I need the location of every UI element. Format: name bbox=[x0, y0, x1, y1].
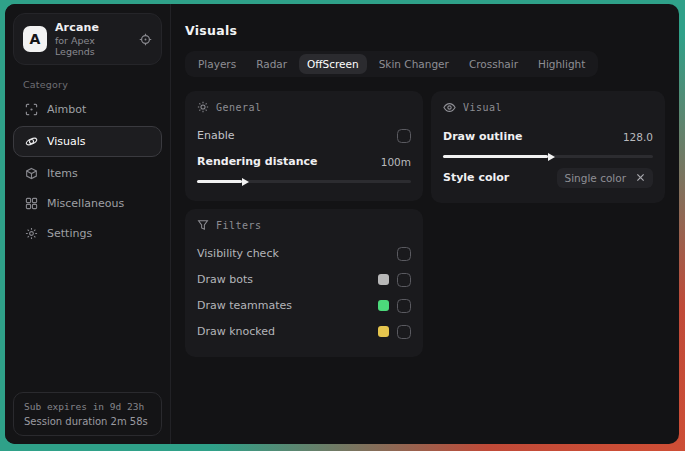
draw-bots-label: Draw bots bbox=[197, 273, 253, 286]
draw-teammates-label: Draw teammates bbox=[197, 299, 292, 312]
draw-knocked-checkbox[interactable] bbox=[397, 325, 411, 339]
tab-radar[interactable]: Radar bbox=[248, 54, 295, 74]
sidebar-item-label: Miscellaneous bbox=[47, 197, 124, 210]
slider-fill bbox=[197, 180, 242, 183]
sidebar-item-miscellaneous[interactable]: Miscellaneous bbox=[13, 190, 162, 217]
sidebar-item-label: Items bbox=[47, 167, 78, 180]
panel-title: General bbox=[216, 102, 262, 113]
app-window: A Arcane for Apex Legends Category bbox=[5, 4, 679, 444]
draw-outline-slider[interactable] bbox=[443, 155, 653, 158]
visibility-check-label: Visibility check bbox=[197, 247, 279, 260]
eye-icon bbox=[443, 101, 456, 114]
sidebar: A Arcane for Apex Legends Category bbox=[5, 4, 171, 444]
app-logo: A bbox=[23, 26, 47, 52]
grid-icon bbox=[24, 197, 38, 210]
target-icon[interactable] bbox=[139, 33, 152, 46]
rendering-distance-value: 100m bbox=[381, 156, 411, 168]
gear-icon bbox=[24, 227, 38, 240]
tab-skin-changer[interactable]: Skin Changer bbox=[371, 54, 457, 74]
style-color-label: Style color bbox=[443, 171, 509, 184]
sidebar-item-items[interactable]: Items bbox=[13, 160, 162, 187]
sidebar-item-settings[interactable]: Settings bbox=[13, 220, 162, 247]
page-title: Visuals bbox=[185, 23, 237, 38]
draw-bots-checkbox[interactable] bbox=[397, 273, 411, 287]
draw-bots-color-swatch[interactable] bbox=[378, 274, 389, 285]
session-duration-text: Session duration 2m 58s bbox=[24, 416, 151, 427]
sidebar-item-label: Aimbot bbox=[47, 103, 86, 116]
category-label: Category bbox=[23, 79, 170, 90]
draw-teammates-checkbox[interactable] bbox=[397, 299, 411, 313]
sidebar-item-label: Settings bbox=[47, 227, 92, 240]
filters-panel: Filters Visibility check Draw bots bbox=[185, 209, 423, 357]
draw-teammates-color-swatch[interactable] bbox=[378, 300, 389, 311]
clear-icon[interactable] bbox=[636, 173, 645, 182]
main-content: Visuals Players Radar OffScreen Skin Cha… bbox=[171, 4, 679, 444]
draw-knocked-color-swatch[interactable] bbox=[378, 326, 389, 337]
sub-expires-text: Sub expires in 9d 23h bbox=[24, 401, 151, 412]
sidebar-item-visuals[interactable]: Visuals bbox=[13, 126, 162, 157]
general-panel: General Enable Rendering distance 100m bbox=[185, 91, 423, 201]
tab-offscreen[interactable]: OffScreen bbox=[299, 54, 367, 74]
visuals-icon bbox=[24, 135, 38, 148]
visual-panel: Visual Draw outline 128.0 Style color Si… bbox=[431, 91, 665, 203]
tab-crosshair[interactable]: Crosshair bbox=[461, 54, 526, 74]
package-icon bbox=[24, 167, 38, 180]
visibility-check-checkbox[interactable] bbox=[397, 247, 411, 261]
style-color-select[interactable]: Single color bbox=[557, 168, 653, 188]
draw-outline-value: 128.0 bbox=[623, 131, 653, 143]
rendering-distance-slider[interactable] bbox=[197, 180, 411, 183]
app-subtitle: for Apex Legends bbox=[55, 35, 131, 57]
sidebar-item-aimbot[interactable]: Aimbot bbox=[13, 96, 162, 123]
subscription-info: Sub expires in 9d 23h Session duration 2… bbox=[13, 392, 162, 436]
tab-highlight[interactable]: Highlight bbox=[530, 54, 593, 74]
tab-bar: Players Radar OffScreen Skin Changer Cro… bbox=[185, 51, 598, 77]
slider-fill bbox=[443, 155, 548, 158]
enable-checkbox[interactable] bbox=[397, 129, 411, 143]
brand-card: A Arcane for Apex Legends bbox=[13, 13, 162, 65]
panel-title: Filters bbox=[216, 220, 262, 231]
sidebar-item-label: Visuals bbox=[47, 135, 86, 148]
panel-title: Visual bbox=[463, 102, 502, 113]
sun-icon bbox=[197, 101, 209, 113]
tab-players[interactable]: Players bbox=[190, 54, 244, 74]
enable-label: Enable bbox=[197, 129, 234, 142]
draw-knocked-label: Draw knocked bbox=[197, 325, 275, 338]
crosshair-icon bbox=[24, 103, 38, 116]
app-title: Arcane bbox=[55, 21, 131, 34]
style-color-selected-value: Single color bbox=[565, 172, 626, 184]
sidebar-nav: Aimbot Visuals Items bbox=[5, 96, 170, 250]
draw-outline-label: Draw outline bbox=[443, 130, 522, 143]
rendering-distance-label: Rendering distance bbox=[197, 155, 318, 168]
funnel-icon bbox=[197, 219, 209, 231]
